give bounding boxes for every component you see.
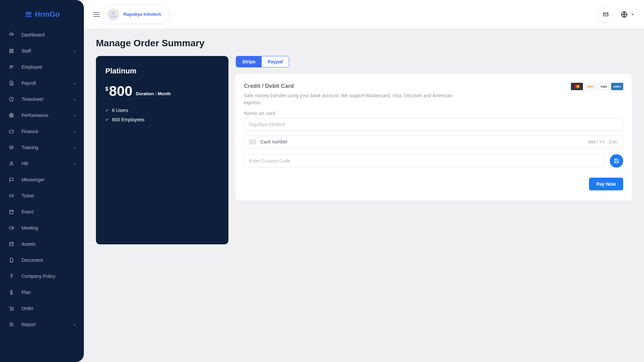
- sidebar-item-label: Timesheet: [21, 97, 43, 102]
- chevron-right-icon: ▸: [74, 323, 76, 326]
- svg-rect-5: [12, 51, 13, 53]
- chevron-right-icon: ▸: [74, 114, 76, 117]
- sidebar-item-label: Assets: [21, 241, 36, 247]
- pay-now-button[interactable]: Pay Now: [589, 178, 623, 190]
- brand-logo[interactable]: HrmGo: [0, 7, 84, 27]
- nav-list: DashboardStaff▸EmployeePayroll▸Timesheet…: [0, 27, 84, 362]
- sidebar-item-employee[interactable]: Employee: [0, 59, 84, 75]
- users-icon: [8, 64, 15, 70]
- sidebar-item-dashboard[interactable]: Dashboard: [0, 27, 84, 43]
- plan-price-value: 800: [109, 83, 132, 99]
- trophy-icon: [8, 289, 15, 296]
- svg-point-18: [10, 310, 11, 310]
- brand-name: HrmGo: [35, 10, 60, 19]
- name-on-card-input[interactable]: [244, 118, 623, 131]
- sidebar-item-plan[interactable]: Plan: [0, 284, 84, 300]
- sidebar-item-ticket[interactable]: Ticket: [0, 188, 84, 204]
- sidebar-item-label: Payroll: [21, 80, 36, 86]
- tab-paypal[interactable]: Paypal: [262, 56, 289, 67]
- plan-duration: Duration : Month: [136, 91, 171, 98]
- payment-tabs: Stripe Paypal: [236, 56, 289, 67]
- avatar: [107, 8, 119, 20]
- sidebar-item-timesheet[interactable]: Timesheet▸: [0, 91, 84, 107]
- language-dropdown[interactable]: [621, 11, 635, 18]
- sidebar-item-label: Training: [21, 145, 38, 150]
- plan-currency: $: [105, 86, 108, 92]
- svg-rect-2: [10, 49, 11, 51]
- sidebar-item-hr[interactable]: HR▸: [0, 156, 84, 172]
- doc-icon: [8, 257, 15, 263]
- mail-button[interactable]: [599, 8, 612, 21]
- sidebar-item-label: Meeting: [21, 225, 38, 231]
- chat-icon: [8, 176, 15, 183]
- sidebar-item-training[interactable]: Training▸: [0, 139, 84, 156]
- file-icon: [8, 80, 15, 86]
- svg-rect-15: [9, 227, 12, 229]
- svg-point-9: [9, 113, 13, 117]
- svg-point-6: [10, 65, 11, 67]
- chevron-right-icon: ▸: [74, 162, 76, 166]
- sidebar-item-report[interactable]: Report▸: [0, 316, 84, 333]
- tab-stripe[interactable]: Stripe: [236, 56, 262, 67]
- coupon-input[interactable]: [244, 155, 604, 167]
- gauge-icon: [8, 32, 15, 38]
- sidebar-item-label: Finance: [21, 129, 38, 134]
- page-title: Manage Order Summary: [96, 38, 632, 49]
- card-element[interactable]: Card number MM / YY CVC: [244, 135, 623, 148]
- sidebar-item-label: Staff: [21, 48, 31, 54]
- chevron-right-icon: ▸: [74, 49, 76, 53]
- grid-icon: [8, 48, 15, 54]
- chevron-down-icon: [631, 12, 635, 16]
- sidebar-item-company-policy[interactable]: Company Policy: [0, 268, 84, 284]
- sidebar-item-performance[interactable]: Performance▸: [0, 107, 84, 123]
- globe-icon: [621, 11, 628, 18]
- wallet-icon: [8, 128, 15, 135]
- sidebar-item-messenger[interactable]: Messenger: [0, 172, 84, 188]
- sidebar-item-event[interactable]: Event: [0, 204, 84, 220]
- calendar-icon: [8, 208, 15, 215]
- svg-point-19: [12, 310, 13, 310]
- ticket-icon: [8, 192, 15, 199]
- sidebar-item-meeting[interactable]: Meeting: [0, 220, 84, 236]
- plan-price: $800: [105, 84, 132, 98]
- sidebar-item-label: Report: [21, 322, 36, 327]
- sidebar-item-label: Employee: [21, 64, 42, 70]
- payment-description: Safe money transfer using your bank acco…: [244, 92, 459, 106]
- sidebar: HrmGo DashboardStaff▸EmployeePayroll▸Tim…: [0, 0, 84, 362]
- card-expiry-placeholder: MM / YY: [588, 139, 605, 144]
- sidebar-item-label: Plan: [21, 290, 31, 295]
- apply-coupon-button[interactable]: [610, 154, 623, 168]
- sidebar-item-label: Dashboard: [21, 32, 45, 38]
- svg-rect-16: [10, 242, 13, 246]
- mail-icon: [603, 11, 609, 17]
- svg-point-7: [12, 66, 13, 67]
- grad-cap-icon: [8, 144, 15, 151]
- menu-toggle-button[interactable]: [93, 11, 100, 18]
- card-brands: DISC VISA AMEX: [571, 83, 623, 90]
- svg-point-20: [112, 11, 115, 14]
- sidebar-item-label: Company Policy: [21, 274, 55, 279]
- list-icon: [8, 321, 15, 328]
- plan-card: Platinum $800 Duration : Month 6 Users80…: [96, 56, 228, 244]
- sidebar-item-finance[interactable]: Finance▸: [0, 123, 84, 139]
- main-area: Rajodiya Infotech Manage Order Summary P…: [84, 0, 644, 362]
- plan-feature: 6 Users: [105, 106, 219, 115]
- sidebar-item-payroll[interactable]: Payroll▸: [0, 75, 84, 91]
- user-menu[interactable]: Rajodiya Infotech: [105, 6, 169, 23]
- plan-name: Platinum: [105, 67, 219, 75]
- sidebar-item-staff[interactable]: Staff▸: [0, 43, 84, 59]
- cart-icon: [8, 305, 15, 312]
- svg-point-17: [11, 274, 12, 275]
- chevron-right-icon: ▸: [74, 81, 76, 85]
- box-icon: [8, 241, 15, 247]
- svg-rect-14: [10, 210, 13, 214]
- content: Manage Order Summary Platinum $800 Durat…: [84, 28, 644, 362]
- save-icon: [614, 158, 619, 164]
- sidebar-item-document[interactable]: Document: [0, 252, 84, 268]
- logo-icon: [24, 10, 33, 19]
- sidebar-item-order[interactable]: Order: [0, 300, 84, 316]
- sidebar-item-label: Event: [21, 209, 34, 215]
- card-cvc-placeholder: CVC: [609, 139, 618, 144]
- sidebar-item-assets[interactable]: Assets: [0, 236, 84, 252]
- plan-feature: 800 Employees: [105, 115, 219, 124]
